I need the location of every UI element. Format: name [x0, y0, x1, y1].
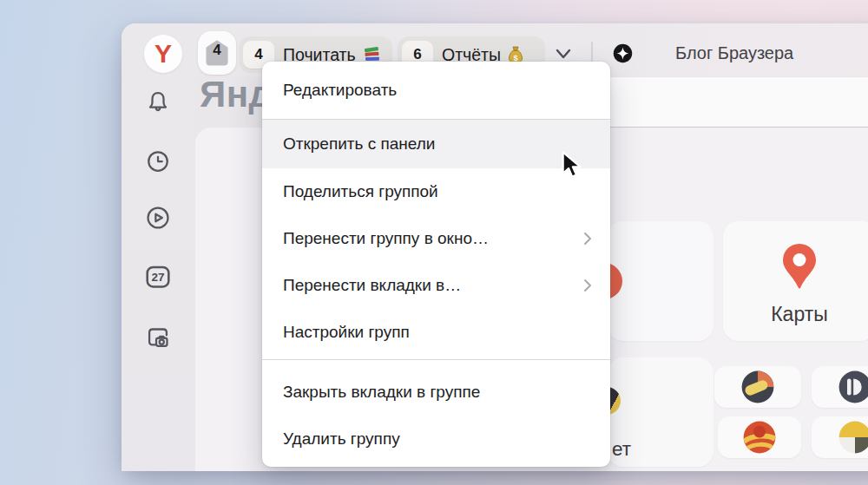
menu-item-label: Закрыть вкладки в группе: [283, 383, 480, 402]
widget-tile-music[interactable]: [714, 366, 801, 408]
service-tile-maps[interactable]: Карты: [723, 221, 868, 341]
submenu-chevron-icon: [582, 278, 593, 293]
menu-item-label: Открепить с панели: [283, 134, 435, 154]
tile-label-partial: ет: [612, 438, 631, 461]
menu-item-label: Редактировать: [283, 81, 397, 100]
books-icon: [363, 47, 382, 63]
widget-tile-red[interactable]: [718, 416, 801, 458]
menu-item-share-group[interactable]: Поделиться группой: [262, 168, 610, 215]
dark-service-icon: [838, 370, 868, 403]
menu-spacer: [262, 360, 610, 369]
menu-item-delete-group[interactable]: Удалить группу: [262, 416, 610, 462]
menu-item-edit[interactable]: Редактировать: [262, 62, 610, 119]
tab-groups-dropdown-chevron-icon[interactable]: [552, 44, 575, 63]
red-service-icon: [743, 421, 776, 454]
tabs-count: 27: [142, 261, 174, 292]
history-clock-icon[interactable]: [142, 146, 174, 177]
service-tile-partial[interactable]: [608, 221, 713, 341]
menu-item-unpin[interactable]: Открепить с панели: [262, 120, 610, 168]
sparkle-star-icon: [613, 43, 633, 63]
tab-group-context-menu: Редактировать Открепить с панели Поделит…: [262, 62, 610, 467]
tab-group-count: 4: [198, 42, 236, 59]
tabs-counter-icon[interactable]: 27: [142, 261, 174, 292]
sidebar: 27: [122, 76, 195, 471]
svg-text:$: $: [513, 52, 518, 62]
menu-item-label: Поделиться группой: [283, 182, 438, 201]
service-tile-market[interactable]: ет: [608, 357, 713, 467]
tab-blog-brauzera[interactable]: Блог Браузера: [608, 39, 793, 67]
submenu-chevron-icon: [582, 231, 593, 246]
menu-item-move-tabs-to[interactable]: Перенести вкладки в…: [262, 262, 610, 309]
tab-title: Блог Браузера: [675, 43, 793, 63]
menu-item-label: Перенести группу в окно…: [283, 229, 489, 248]
pie-service-icon: [838, 421, 868, 454]
map-pin-icon: [779, 242, 819, 291]
play-circle-icon[interactable]: [142, 202, 174, 233]
screenshot-camera-icon[interactable]: [142, 321, 174, 352]
music-service-icon: [741, 370, 774, 403]
tile-label: Карты: [723, 303, 868, 326]
notifications-bell-icon[interactable]: [142, 87, 174, 118]
menu-item-label: Настройки групп: [283, 323, 410, 342]
menu-item-label: Удалить группу: [283, 429, 400, 449]
widget-tile-pie[interactable]: [812, 416, 868, 458]
widget-tile-dark[interactable]: [812, 366, 868, 408]
menu-item-label: Перенести вкладки в…: [283, 276, 461, 295]
menu-item-move-group-to-window[interactable]: Перенести группу в окно…: [262, 215, 610, 262]
tab-group-pinned[interactable]: 4: [198, 31, 236, 75]
menu-item-close-tabs-in-group[interactable]: Закрыть вкладки в группе: [262, 369, 610, 416]
menu-item-group-settings[interactable]: Настройки групп: [262, 309, 610, 356]
yandex-browser-logo[interactable]: Y: [144, 35, 182, 73]
